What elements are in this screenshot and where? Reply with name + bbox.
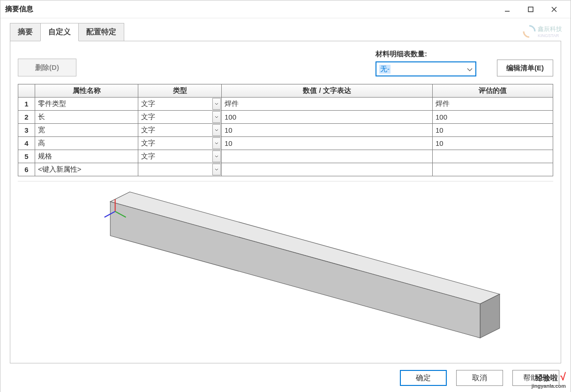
row-name-cell[interactable]: <键入新属性> bbox=[35, 163, 138, 176]
tab-config-specific[interactable]: 配置特定 bbox=[78, 23, 124, 41]
edit-list-button[interactable]: 编辑清单(E) bbox=[497, 60, 553, 76]
row-value-cell[interactable] bbox=[222, 163, 433, 176]
window-title: 摘要信息 bbox=[5, 5, 33, 14]
content-area: 摘要 自定义 配置特定 删除(D) 材料明细表数量: 无- 编辑清单(E) bbox=[0, 18, 571, 363]
row-eval-cell bbox=[433, 163, 553, 176]
col-index[interactable] bbox=[18, 84, 35, 98]
maximize-button[interactable] bbox=[519, 0, 542, 18]
part-3d-icon bbox=[18, 181, 553, 363]
row-type-cell[interactable] bbox=[138, 163, 222, 176]
row-name-cell[interactable]: 长 bbox=[35, 111, 138, 124]
col-type[interactable]: 类型 bbox=[138, 84, 222, 98]
maximize-icon bbox=[527, 6, 534, 13]
chevron-down-icon[interactable] bbox=[212, 98, 221, 110]
delete-button: 删除(D) bbox=[18, 59, 76, 76]
top-controls: 删除(D) 材料明细表数量: 无- 编辑清单(E) bbox=[18, 50, 553, 76]
tab-custom[interactable]: 自定义 bbox=[40, 23, 79, 41]
tabs: 摘要 自定义 配置特定 bbox=[10, 23, 561, 41]
bom-quantity-label: 材料明细表数量: bbox=[376, 50, 476, 59]
row-index: 4 bbox=[18, 137, 35, 150]
minimize-icon bbox=[504, 6, 511, 13]
row-value-cell[interactable]: 10 bbox=[222, 137, 433, 150]
ok-button[interactable]: 确定 bbox=[400, 370, 447, 386]
chevron-down-icon[interactable] bbox=[212, 111, 221, 123]
row-index: 5 bbox=[18, 150, 35, 163]
row-type-cell[interactable]: 文字 bbox=[138, 137, 222, 150]
table-row[interactable]: 2 长 文字 100 100 bbox=[18, 111, 553, 124]
svg-rect-1 bbox=[528, 7, 533, 12]
row-type-text: 文字 bbox=[141, 126, 155, 134]
col-eval[interactable]: 评估的值 bbox=[433, 84, 553, 98]
row-name-cell[interactable]: 宽 bbox=[35, 124, 138, 137]
minimize-button[interactable] bbox=[496, 0, 519, 18]
row-value-cell[interactable]: 焊件 bbox=[222, 98, 433, 111]
table-row[interactable]: 3 宽 文字 10 10 bbox=[18, 124, 553, 137]
row-index: 2 bbox=[18, 111, 35, 124]
cancel-button[interactable]: 取消 bbox=[456, 370, 503, 386]
row-type-cell[interactable]: 文字 bbox=[138, 150, 222, 163]
row-value-cell[interactable]: 10 bbox=[222, 124, 433, 137]
row-type-text: 文字 bbox=[141, 152, 155, 160]
tab-summary[interactable]: 摘要 bbox=[10, 23, 41, 41]
chevron-down-icon bbox=[467, 65, 473, 73]
row-value-cell[interactable] bbox=[222, 150, 433, 163]
model-preview[interactable] bbox=[18, 181, 553, 363]
col-value[interactable]: 数值 / 文字表达 bbox=[222, 84, 433, 98]
summary-info-window: 摘要信息 鑫辰科技 KINGSTAR 摘要 自定义 配置特定 删除 bbox=[0, 0, 571, 392]
row-type-cell[interactable]: 文字 bbox=[138, 124, 222, 137]
row-value-cell[interactable]: 100 bbox=[222, 111, 433, 124]
bom-select-value: 无- bbox=[379, 65, 391, 74]
row-type-text: 文字 bbox=[141, 99, 155, 107]
help-button[interactable]: 帮助(H) bbox=[512, 370, 559, 386]
row-type-text: 文字 bbox=[141, 113, 155, 121]
row-index: 3 bbox=[18, 124, 35, 137]
row-eval-cell bbox=[433, 150, 553, 163]
row-eval-cell: 100 bbox=[433, 111, 553, 124]
close-button[interactable] bbox=[542, 0, 566, 18]
row-index: 1 bbox=[18, 98, 35, 111]
row-type-text: 文字 bbox=[141, 139, 155, 147]
close-icon bbox=[551, 6, 557, 13]
tab-body-custom: 删除(D) 材料明细表数量: 无- 编辑清单(E) bbox=[10, 41, 561, 363]
table-row-new[interactable]: 6 <键入新属性> bbox=[18, 163, 553, 176]
row-type-cell[interactable]: 文字 bbox=[138, 98, 222, 111]
chevron-down-icon[interactable] bbox=[212, 164, 221, 175]
row-type-cell[interactable]: 文字 bbox=[138, 111, 222, 124]
row-eval-cell: 10 bbox=[433, 137, 553, 150]
table-header-row: 属性名称 类型 数值 / 文字表达 评估的值 bbox=[18, 84, 553, 98]
properties-table: 属性名称 类型 数值 / 文字表达 评估的值 1 零件类型 文字 焊件 焊件 bbox=[18, 84, 553, 176]
chevron-down-icon[interactable] bbox=[212, 151, 221, 162]
titlebar[interactable]: 摘要信息 bbox=[0, 0, 571, 18]
col-name[interactable]: 属性名称 bbox=[35, 84, 138, 98]
chevron-down-icon[interactable] bbox=[212, 124, 221, 136]
table-row[interactable]: 1 零件类型 文字 焊件 焊件 bbox=[18, 98, 553, 111]
row-name-cell[interactable]: 高 bbox=[35, 137, 138, 150]
svg-marker-5 bbox=[110, 202, 480, 338]
bom-quantity-select[interactable]: 无- bbox=[376, 61, 476, 76]
table-row[interactable]: 4 高 文字 10 10 bbox=[18, 137, 553, 150]
row-name-cell[interactable]: 零件类型 bbox=[35, 98, 138, 111]
row-eval-cell: 焊件 bbox=[433, 98, 553, 111]
row-index: 6 bbox=[18, 163, 35, 176]
footer: 确定 取消 帮助(H) bbox=[0, 363, 571, 392]
bom-quantity-block: 材料明细表数量: 无- bbox=[376, 50, 476, 76]
row-eval-cell: 10 bbox=[433, 124, 553, 137]
table-row[interactable]: 5 规格 文字 bbox=[18, 150, 553, 163]
chevron-down-icon[interactable] bbox=[212, 137, 221, 149]
row-name-cell[interactable]: 规格 bbox=[35, 150, 138, 163]
